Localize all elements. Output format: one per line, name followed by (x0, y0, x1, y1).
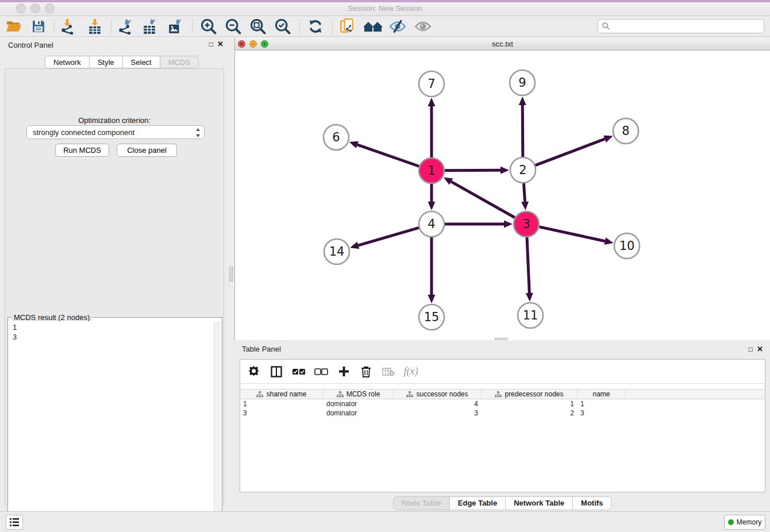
column-header-mcds-role[interactable]: MCDS role (324, 390, 394, 399)
unselect-all-columns-button[interactable] (313, 363, 329, 380)
graph-edge-arrowhead (526, 293, 533, 302)
node-table-container: f(x) shared name MCDS role successor nod… (240, 359, 765, 492)
graph-edge-2-9[interactable] (522, 105, 523, 157)
export-network-button[interactable] (115, 17, 136, 36)
eye-slash-icon (389, 19, 406, 34)
tab-mcds[interactable]: MCDS (160, 56, 199, 68)
mcds-result-text[interactable]: 1 3 (9, 321, 214, 532)
cell-name: 3 (578, 408, 626, 418)
plus-icon (338, 366, 349, 377)
tab-node-table[interactable]: Node Table (394, 497, 449, 510)
graph-node-label: 10 (619, 239, 635, 253)
refresh-view-button[interactable] (305, 17, 326, 36)
graph-edge-1-6[interactable] (357, 145, 419, 167)
hierarchy-icon (495, 391, 502, 398)
cell-shared-name: 1 (240, 399, 324, 408)
graph-edge-2-8[interactable] (535, 139, 605, 165)
import-network-button[interactable] (57, 17, 78, 36)
export-image-button[interactable] (165, 17, 186, 36)
table-settings-button[interactable] (246, 363, 262, 380)
node-table: shared name MCDS role successor nodes pr… (240, 389, 765, 418)
export-table-button[interactable] (140, 17, 160, 36)
toolbar-divider (111, 19, 111, 34)
tab-network-table[interactable]: Network Table (505, 497, 572, 510)
zoom-out-button[interactable] (223, 17, 244, 36)
graph-node-label: 3 (522, 217, 530, 231)
hierarchy-icon (406, 391, 413, 398)
tab-select[interactable]: Select (123, 56, 160, 68)
optimization-criterion-label: Optimization criterion: (5, 116, 224, 125)
graph-edge-3-11[interactable] (527, 237, 529, 293)
select-all-columns-button[interactable] (291, 363, 307, 380)
show-panels-button[interactable] (413, 17, 433, 36)
zoom-fit-icon (249, 18, 267, 35)
criterion-dropdown[interactable]: strongly connected component (26, 125, 205, 139)
tab-edge-table[interactable]: Edge Table (449, 497, 505, 510)
export-network-icon (117, 18, 133, 34)
float-table-panel-icon[interactable]: □ (749, 345, 753, 353)
column-header-successor-nodes[interactable]: successor nodes (394, 390, 482, 399)
table-row[interactable]: 1 dominator 4 1 1 (240, 399, 765, 408)
export-table-icon (142, 18, 158, 34)
graph-edge-3-10[interactable] (538, 227, 605, 241)
float-panel-icon[interactable]: □ (209, 40, 213, 48)
toolbar-divider (332, 19, 333, 34)
splitter-handle[interactable] (229, 267, 233, 282)
hide-panels-button[interactable] (387, 17, 408, 36)
close-panel-icon[interactable]: ✕ (217, 40, 224, 48)
mcds-result-title: MCDS result (2 nodes) (11, 313, 92, 322)
graph-edge-1-2[interactable] (444, 170, 500, 171)
graph-edge-arrowhead (521, 202, 529, 210)
column-header-name[interactable]: name (578, 390, 626, 399)
result-scrollbar[interactable] (214, 321, 221, 532)
graph-node-label: 6 (332, 130, 340, 144)
graph-edge-2-3[interactable] (523, 183, 525, 202)
search-input[interactable] (613, 21, 764, 32)
open-session-button[interactable] (3, 17, 24, 36)
network-graph[interactable]: 7968124314101511 (235, 51, 770, 340)
search-field[interactable] (598, 19, 764, 33)
panel-splitter[interactable] (228, 37, 234, 511)
run-mcds-button[interactable]: Run MCDS (55, 144, 109, 157)
zoom-selected-button[interactable] (272, 17, 293, 36)
task-history-button[interactable] (6, 515, 23, 530)
graph-edge-3-1[interactable] (451, 182, 515, 218)
close-panel-button[interactable]: Close panel (117, 144, 177, 157)
zoom-in-button[interactable] (198, 17, 219, 36)
show-columns-button[interactable] (268, 363, 284, 380)
cell-predecessor-nodes: 1 (482, 399, 578, 408)
node-table-header: shared name MCDS role successor nodes pr… (240, 389, 765, 399)
close-table-panel-icon[interactable]: ✕ (757, 345, 763, 353)
search-icon (602, 22, 610, 30)
delete-table-button[interactable] (380, 363, 396, 380)
graph-node-label: 11 (523, 309, 538, 322)
memory-label: Memory (737, 518, 761, 526)
column-header-shared-name[interactable]: shared name (240, 390, 324, 399)
clone-network-icon (340, 18, 356, 34)
create-column-button[interactable] (336, 363, 352, 380)
criterion-dropdown-value: strongly connected component (33, 128, 134, 137)
graph-edge-4-14[interactable] (358, 228, 419, 245)
zoom-fit-button[interactable] (248, 17, 268, 36)
save-session-button[interactable] (28, 17, 49, 36)
cell-successor-nodes: 3 (394, 408, 482, 418)
network-canvas[interactable]: 7968124314101511 (235, 51, 770, 340)
titlebar-accent-strip (0, 0, 770, 2)
import-table-button[interactable] (84, 17, 105, 36)
graph-edge-arrowhead (519, 97, 526, 105)
open-folder-icon (6, 20, 22, 33)
tab-motifs[interactable]: Motifs (572, 497, 611, 510)
function-builder-button[interactable]: f(x) (403, 363, 419, 380)
checked-boxes-icon (292, 368, 306, 375)
control-panel-tabs: Network Style Select MCDS (45, 56, 199, 68)
clone-network-button[interactable] (337, 17, 358, 36)
tab-network[interactable]: Network (45, 56, 90, 68)
memory-status-icon (728, 519, 734, 525)
column-header-predecessor-nodes[interactable]: predecessor nodes (482, 390, 578, 399)
tab-style[interactable]: Style (90, 56, 123, 68)
table-row[interactable]: 3 dominator 3 2 3 (240, 408, 765, 418)
memory-button[interactable]: Memory (724, 515, 765, 530)
control-panel: Control Panel □ ✕ Network Style Select M… (0, 37, 228, 511)
home-layout-button[interactable] (363, 17, 383, 36)
delete-column-button[interactable] (358, 363, 374, 380)
